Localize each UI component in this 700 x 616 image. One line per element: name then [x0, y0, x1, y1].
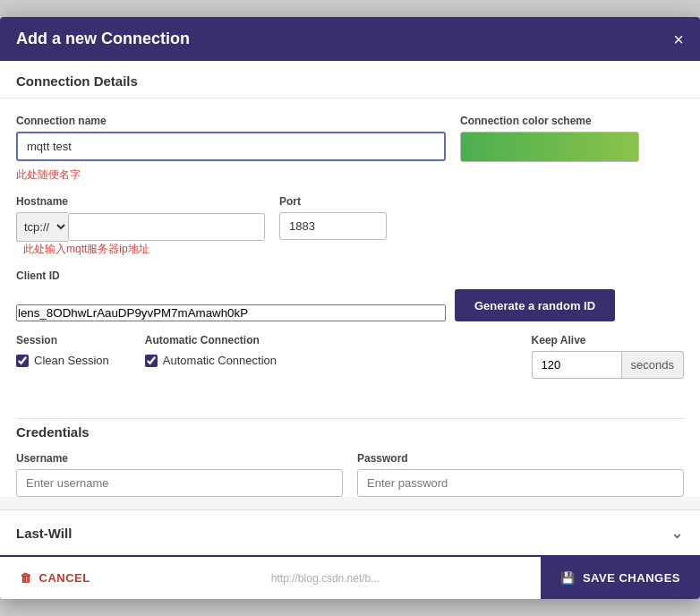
- connection-details-form: Connection name 此处随便名字 Connection color …: [0, 98, 700, 400]
- name-color-row: Connection name 此处随便名字 Connection color …: [16, 115, 684, 183]
- connection-name-group: Connection name 此处随便名字: [16, 115, 446, 183]
- hostname-label: Hostname: [16, 195, 265, 208]
- client-id-label: Client ID: [16, 270, 684, 282]
- keep-alive-group: Keep Alive seconds: [532, 334, 684, 379]
- protocol-select[interactable]: tcp://: [16, 212, 68, 242]
- session-group: Session Clean Session: [16, 334, 109, 367]
- save-label: SAVE CHANGES: [583, 571, 680, 585]
- password-label: Password: [357, 452, 684, 465]
- save-icon: 💾: [560, 571, 576, 585]
- modal-header: Add a new Connection ×: [0, 17, 700, 61]
- modal-footer: 🗑 CANCEL http://blog.csdn.net/b... 💾 SAV…: [0, 555, 700, 599]
- last-will-title: Last-Will: [16, 526, 72, 541]
- clean-session-checkbox[interactable]: [16, 355, 29, 367]
- client-id-group: Client ID: [16, 270, 684, 282]
- auto-connection-checkbox[interactable]: [145, 355, 158, 367]
- username-group: Username: [16, 452, 343, 497]
- auto-connection-label: Automatic Connection: [145, 334, 277, 346]
- username-input[interactable]: [16, 469, 343, 497]
- credentials-row: Username Password: [16, 452, 684, 497]
- hostname-input[interactable]: [68, 213, 265, 241]
- keep-alive-label: Keep Alive: [532, 334, 684, 346]
- port-group: Port: [279, 195, 387, 240]
- keep-alive-input[interactable]: [532, 351, 621, 379]
- auto-connection-group: Automatic Connection Automatic Connectio…: [145, 334, 277, 367]
- credentials-title: Credentials: [16, 424, 684, 440]
- generate-random-id-button[interactable]: Generate a random ID: [455, 289, 615, 321]
- modal-body: Connection Details Connection name 此处随便名…: [0, 61, 700, 555]
- credentials-section: Credentials Username Password: [0, 400, 700, 497]
- add-connection-modal: Add a new Connection × Connection Detail…: [0, 17, 700, 599]
- clean-session-label: Clean Session: [34, 354, 109, 367]
- color-scheme-picker[interactable]: [460, 132, 639, 162]
- password-group: Password: [357, 452, 684, 497]
- client-id-row: Generate a random ID: [16, 289, 684, 321]
- watermark-text: http://blog.csdn.net/b...: [110, 572, 542, 585]
- last-will-section[interactable]: Last-Will ⌄: [0, 509, 700, 555]
- connection-color-label: Connection color scheme: [460, 115, 639, 127]
- connection-name-label: Connection name: [16, 115, 446, 127]
- cancel-label: CANCEL: [39, 571, 90, 585]
- clean-session-checkbox-row: Clean Session: [16, 354, 109, 367]
- cancel-button[interactable]: 🗑 CANCEL: [0, 557, 110, 599]
- name-annotation: 此处随便名字: [16, 167, 446, 183]
- password-input[interactable]: [357, 469, 684, 497]
- modal-title: Add a new Connection: [16, 30, 190, 48]
- trash-icon: 🗑: [20, 571, 32, 585]
- seconds-label: seconds: [621, 351, 684, 379]
- port-input[interactable]: [279, 212, 387, 240]
- client-id-input[interactable]: [16, 304, 446, 321]
- username-label: Username: [16, 452, 343, 465]
- save-changes-button[interactable]: 💾 SAVE CHANGES: [541, 557, 700, 599]
- auto-connection-checkbox-row: Automatic Connection: [145, 354, 277, 367]
- hostname-port-row: Hostname tcp:// 此处输入mqtt服务器ip地址 Port: [16, 195, 684, 257]
- auto-connection-label-text: Automatic Connection: [163, 354, 277, 367]
- connection-details-section-header: Connection Details: [0, 61, 700, 98]
- session-label: Session: [16, 334, 109, 346]
- hostname-annotation: 此处输入mqtt服务器ip地址: [23, 242, 265, 257]
- hostname-input-row: tcp://: [16, 212, 265, 242]
- chevron-down-icon: ⌄: [670, 523, 684, 543]
- session-row: Session Clean Session Automatic Connecti…: [16, 334, 684, 379]
- port-label: Port: [279, 195, 387, 208]
- connection-color-group: Connection color scheme: [460, 115, 639, 162]
- connection-name-input[interactable]: [16, 132, 446, 161]
- close-button[interactable]: ×: [673, 30, 684, 48]
- hostname-group: Hostname tcp:// 此处输入mqtt服务器ip地址: [16, 195, 265, 257]
- keep-alive-input-row: seconds: [532, 351, 684, 379]
